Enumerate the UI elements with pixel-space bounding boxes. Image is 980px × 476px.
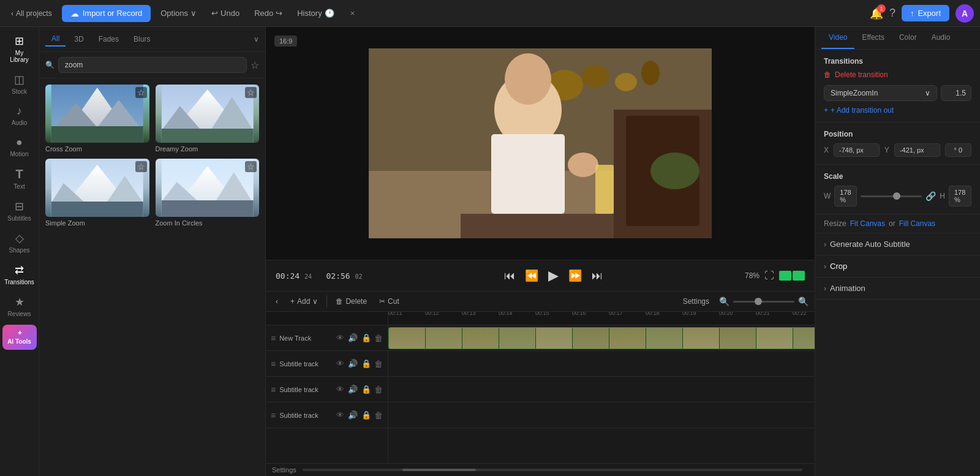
scale-slider[interactable]: [861, 195, 922, 197]
list-item[interactable]: ☆ Simple Zoom: [45, 159, 149, 227]
link-scale-icon[interactable]: 🔗: [925, 191, 936, 201]
user-avatar[interactable]: A: [956, 4, 974, 23]
crop-row[interactable]: › Crop: [815, 255, 980, 278]
drag-handle-icon[interactable]: ≡: [271, 333, 276, 343]
video-clip[interactable]: [388, 327, 815, 349]
tab-effects[interactable]: Effects: [854, 27, 891, 49]
favorite-button[interactable]: ☆: [245, 87, 257, 98]
redo-button[interactable]: Redo ↪: [249, 6, 287, 20]
split-view-button-1[interactable]: [779, 271, 791, 281]
lock-icon[interactable]: 🔒: [361, 358, 372, 369]
play-button[interactable]: ▶: [546, 265, 561, 286]
drag-handle-icon[interactable]: ≡: [271, 385, 276, 395]
audio-track-icon[interactable]: 🔊: [347, 358, 358, 369]
split-view-button-2[interactable]: [793, 271, 805, 281]
sidebar-item-reviews[interactable]: ★ Reviews: [2, 290, 37, 322]
fit-canvas-button[interactable]: Fit Canvas: [850, 219, 885, 228]
close-tab-button[interactable]: ×: [347, 7, 359, 19]
drag-handle-icon[interactable]: ≡: [271, 359, 276, 369]
sidebar-item-motion[interactable]: ● Motion: [2, 131, 37, 162]
undo-button[interactable]: ↩ Undo: [206, 6, 244, 20]
pos-y-input[interactable]: -421, px: [894, 143, 940, 157]
fill-canvas-button[interactable]: Fill Canvas: [899, 219, 935, 228]
delete-transition-button[interactable]: 🗑 Delete transition: [824, 70, 971, 79]
transition-value-input[interactable]: 1.5: [941, 85, 971, 101]
history-button[interactable]: History 🕐: [292, 6, 339, 20]
skip-back-button[interactable]: ⏮: [502, 267, 518, 285]
sidebar-item-text[interactable]: T Text: [2, 162, 37, 195]
cut-button[interactable]: ✂ Cut: [375, 295, 403, 308]
panel-chevron-icon[interactable]: ∨: [254, 35, 259, 43]
sidebar-item-audio[interactable]: ♪ Audio: [2, 100, 37, 131]
delete-button[interactable]: 🗑 Delete: [332, 295, 371, 308]
tab-blurs[interactable]: Blurs: [127, 32, 156, 47]
collapse-tracks-button[interactable]: ‹: [272, 295, 282, 308]
drag-handle-icon[interactable]: ≡: [271, 410, 276, 420]
fast-forward-button[interactable]: ⏩: [566, 266, 584, 285]
search-input[interactable]: [58, 57, 247, 73]
lock-icon[interactable]: 🔒: [361, 333, 372, 343]
rewind-button[interactable]: ⏪: [522, 266, 541, 285]
scale-h-input[interactable]: 178 %: [949, 186, 971, 206]
zoom-in-icon[interactable]: 🔍: [798, 297, 809, 306]
add-button[interactable]: + Add ∨: [287, 295, 322, 308]
favorite-button[interactable]: ☆: [135, 161, 147, 172]
favorite-button[interactable]: ☆: [135, 87, 147, 98]
tab-audio[interactable]: Audio: [924, 27, 958, 49]
visibility-icon[interactable]: 👁: [336, 384, 345, 395]
notifications-badge: 1: [877, 4, 886, 13]
visibility-icon[interactable]: 👁: [336, 333, 345, 343]
track-delete-button[interactable]: 🗑: [374, 359, 383, 369]
aspect-ratio-badge[interactable]: 16:9: [274, 36, 297, 47]
sidebar-item-transitions[interactable]: ⇄ Transitions: [2, 259, 37, 290]
scroll-bar-thumb[interactable]: [402, 469, 476, 471]
sidebar-item-my-library[interactable]: ⊞ My Library: [2, 29, 37, 68]
audio-track-icon[interactable]: 🔊: [347, 333, 358, 343]
add-transition-out-button[interactable]: + + Add transition out: [824, 106, 971, 115]
sidebar-item-shapes[interactable]: ◇ Shapes: [2, 227, 37, 259]
list-item[interactable]: ☆ Zoom In Circles: [156, 159, 260, 227]
skip-forward-button[interactable]: ⏭: [589, 267, 605, 285]
audio-track-icon[interactable]: 🔊: [347, 410, 358, 420]
scale-w-input[interactable]: 178 %: [834, 186, 857, 206]
settings-label[interactable]: Settings: [272, 466, 296, 474]
zoom-slider[interactable]: [733, 301, 794, 303]
list-item[interactable]: ☆ Cross Zoom: [45, 85, 149, 153]
fullscreen-button[interactable]: ⛶: [764, 270, 774, 281]
sidebar-item-stock[interactable]: ◫ Stock: [2, 68, 37, 100]
back-button[interactable]: ‹ All projects: [6, 7, 57, 20]
chevron-right-icon: ›: [824, 284, 826, 293]
zoom-level-display[interactable]: 78%: [745, 271, 760, 280]
ai-tools-button[interactable]: ✦ AI Tools: [2, 325, 37, 350]
track-delete-button[interactable]: 🗑: [374, 385, 383, 395]
tab-3d[interactable]: 3D: [68, 32, 89, 47]
sidebar-item-subtitles[interactable]: ⊟ Subtitles: [2, 195, 37, 227]
favorite-button[interactable]: ☆: [245, 161, 257, 172]
zoom-out-icon[interactable]: 🔍: [719, 297, 729, 306]
audio-track-icon[interactable]: 🔊: [347, 384, 358, 395]
lock-icon[interactable]: 🔒: [361, 384, 372, 395]
angle-input[interactable]: ° 0: [945, 143, 971, 157]
generate-subtitle-row[interactable]: › Generate Auto Subtitle: [815, 233, 980, 255]
import-record-button[interactable]: ☁ Import or Record: [62, 5, 151, 22]
visibility-icon[interactable]: 👁: [336, 410, 345, 420]
notifications-button[interactable]: 🔔 1: [870, 7, 883, 20]
list-item[interactable]: ☆ Dreamy Zoom: [156, 85, 260, 153]
tab-video[interactable]: Video: [821, 27, 854, 49]
help-button[interactable]: ?: [889, 7, 895, 20]
pos-x-input[interactable]: -748, px: [834, 143, 880, 157]
favorites-icon[interactable]: ☆: [251, 59, 259, 71]
tab-color[interactable]: Color: [892, 27, 924, 49]
tab-all[interactable]: All: [45, 32, 66, 47]
track-delete-button[interactable]: 🗑: [374, 333, 383, 343]
animation-row[interactable]: › Animation: [815, 278, 980, 300]
settings-label[interactable]: Settings: [683, 297, 709, 306]
transition-dropdown[interactable]: SimpleZoomIn ∨: [824, 85, 937, 101]
export-button[interactable]: ↑ Export: [902, 5, 949, 21]
tab-fades[interactable]: Fades: [92, 32, 125, 47]
track-delete-button[interactable]: 🗑: [374, 410, 383, 420]
lock-icon[interactable]: 🔒: [361, 410, 372, 420]
track-name: Subtitle track: [279, 386, 332, 393]
options-button[interactable]: Options ∨: [156, 6, 202, 20]
visibility-icon[interactable]: 👁: [336, 358, 345, 369]
